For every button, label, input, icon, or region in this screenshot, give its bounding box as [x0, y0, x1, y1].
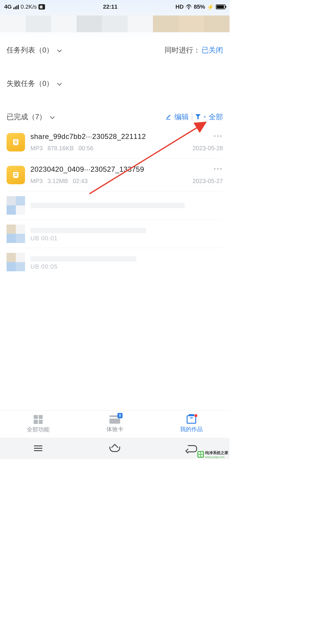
music-file-icon [7, 133, 25, 151]
wifi-icon [185, 4, 192, 9]
file-size: 878.16KB [47, 145, 74, 152]
file-duration: 02:43 [73, 178, 88, 185]
file-type: MP3 [30, 145, 43, 152]
file-item-blurred [7, 191, 223, 219]
notification-dot-icon [194, 414, 197, 417]
message-icon [38, 4, 45, 10]
watermark: 纯净系统之家 www.ycwjty.com [197, 450, 228, 459]
chevron-down-icon [56, 80, 63, 87]
watermark-logo-icon [197, 451, 204, 458]
edit-button[interactable]: 编辑 [174, 112, 189, 122]
back-icon[interactable] [185, 444, 197, 453]
net-speed: 0.2K/s [21, 4, 37, 10]
concurrent-label: 同时进行： [165, 45, 200, 55]
nav-all-features[interactable]: 全部功能 [0, 411, 77, 438]
file-date: 2023-05-27 [193, 178, 223, 185]
status-right: HD 85% ⚡ [176, 4, 225, 10]
clock: 22:11 [45, 4, 175, 10]
divider [192, 113, 192, 121]
grid-icon [34, 415, 43, 424]
charging-icon: ⚡ [207, 4, 214, 10]
network-type: 4G [4, 4, 12, 10]
nav-my-works[interactable]: 我的作品 [153, 411, 230, 438]
battery-pct: 85% [194, 4, 205, 10]
failed-label: 失败任务（0） [7, 79, 53, 88]
failed-section[interactable]: 失败任务（0） [0, 75, 230, 92]
nav-trial-card[interactable]: 0 体验卡 [77, 411, 153, 438]
battery-icon [216, 4, 225, 9]
home-icon[interactable] [109, 444, 121, 453]
file-item[interactable]: share_99dc7bb2···230528_221112 MP3 878.1… [7, 126, 223, 158]
file-date: 2023-05-28 [193, 145, 223, 152]
file-item-blurred: UB 00:01 [7, 219, 223, 248]
completed-label: 已完成（7） [7, 112, 46, 122]
concurrent-value[interactable]: 已关闭 [202, 45, 223, 55]
recents-icon[interactable] [32, 444, 44, 453]
task-list-section[interactable]: 任务列表（0） 同时进行： 已关闭 [0, 41, 230, 59]
chevron-down-icon [56, 47, 63, 53]
completed-section[interactable]: 已完成（7） 编辑 ≡ 全部 [0, 108, 230, 126]
file-item-blurred: UB 00:05 [7, 248, 223, 276]
header-blurred [0, 14, 230, 41]
music-file-icon [7, 166, 25, 184]
more-icon[interactable]: ••• [214, 166, 223, 172]
watermark-title: 纯净系统之家 [205, 450, 228, 456]
filter-icon [195, 114, 201, 120]
badge: 0 [117, 413, 123, 418]
signal-icon [13, 5, 19, 9]
file-size: 3.12MB [47, 178, 68, 185]
status-left: 4G 0.2K/s [4, 4, 45, 10]
file-item[interactable]: 20230420_0409···230527_133759 MP3 3.12MB… [7, 158, 223, 191]
status-bar: 4G 0.2K/s 22:11 HD 85% ⚡ [0, 0, 230, 14]
system-nav [0, 438, 230, 459]
hd-label: HD [176, 4, 184, 10]
file-name: 20230420_0409···230527_133759 [30, 165, 223, 174]
pencil-icon [165, 114, 171, 120]
more-icon[interactable]: ••• [214, 133, 223, 139]
chevron-down-icon [49, 114, 56, 120]
file-type: MP3 [30, 178, 43, 185]
file-meta-blurred: UB 00:01 [30, 235, 223, 242]
filter-button[interactable]: 全部 [209, 112, 223, 122]
file-duration: 00:56 [78, 145, 93, 152]
watermark-url: www.ycwjty.com [205, 456, 228, 459]
file-name: share_99dc7bb2···230528_221112 [30, 132, 223, 141]
file-meta-blurred: UB 00:05 [30, 263, 223, 270]
task-list-label: 任务列表（0） [7, 45, 53, 55]
bottom-nav: 全部功能 0 体验卡 我的作品 [0, 410, 230, 438]
file-list: share_99dc7bb2···230528_221112 MP3 878.1… [0, 126, 230, 276]
